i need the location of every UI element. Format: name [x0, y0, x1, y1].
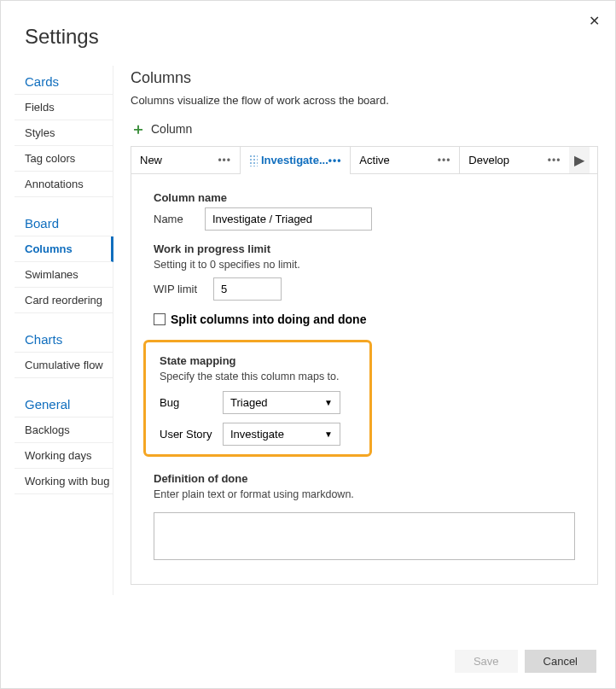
user-story-state-select[interactable]: Investigate ▼: [223, 423, 340, 446]
wip-limit-input[interactable]: [213, 277, 282, 301]
scroll-right-button[interactable]: ▶: [569, 147, 590, 173]
split-label: Split columns into doing and done: [171, 312, 366, 326]
chevron-down-icon: ▼: [324, 398, 333, 407]
cancel-button[interactable]: Cancel: [525, 650, 596, 673]
page-description: Columns visualize the flow of work acros…: [131, 94, 598, 107]
add-column-label: Column: [151, 122, 192, 136]
bug-label: Bug: [160, 396, 212, 409]
tab-develop[interactable]: Develop •••: [460, 147, 569, 173]
checkbox-icon: [154, 313, 166, 325]
definition-of-done-input[interactable]: [154, 512, 575, 560]
split-columns-checkbox[interactable]: Split columns into doing and done: [154, 312, 575, 326]
ellipsis-icon[interactable]: •••: [218, 155, 231, 166]
ellipsis-icon[interactable]: •••: [438, 155, 451, 166]
column-settings-panel: Column name Name Work in progress limit …: [131, 173, 598, 585]
sidebar-item-card-reordering[interactable]: Card reordering: [15, 288, 113, 313]
close-icon[interactable]: ✕: [589, 13, 600, 29]
add-column-button[interactable]: ＋ Column: [131, 119, 598, 139]
column-name-section: Column name: [154, 191, 575, 204]
dod-subtext: Enter plain text or format using markdow…: [154, 488, 575, 500]
tab-active[interactable]: Active •••: [351, 147, 460, 173]
state-mapping-highlight: State mapping Specify the state this col…: [143, 340, 372, 457]
dialog-footer: Save Cancel: [455, 650, 596, 673]
tab-label: Develop: [468, 154, 509, 166]
dialog-title: Settings: [1, 1, 615, 49]
sidebar-item-working-days[interactable]: Working days: [15, 443, 113, 469]
tab-new[interactable]: New •••: [131, 147, 241, 173]
drag-handle-icon[interactable]: [249, 155, 258, 166]
ellipsis-icon[interactable]: •••: [328, 155, 342, 166]
sidebar-group-board[interactable]: Board: [15, 207, 113, 236]
plus-icon: ＋: [131, 119, 146, 139]
sidebar-item-swimlanes[interactable]: Swimlanes: [15, 262, 113, 288]
sidebar-group-cards[interactable]: Cards: [15, 66, 113, 95]
sidebar-item-backlogs[interactable]: Backlogs: [15, 417, 113, 443]
state-mapping-subtext: Specify the state this column maps to.: [160, 371, 356, 382]
sidebar-item-annotations[interactable]: Annotations: [15, 172, 113, 197]
sidebar-item-tag-colors[interactable]: Tag colors: [15, 146, 113, 172]
wip-label: WIP limit: [154, 283, 201, 295]
sidebar-item-cumulative-flow[interactable]: Cumulative flow: [15, 353, 113, 378]
select-value: Investigate: [230, 428, 284, 441]
settings-sidebar: Cards Fields Styles Tag colors Annotatio…: [1, 66, 113, 595]
sidebar-item-columns[interactable]: Columns: [15, 236, 113, 262]
column-tabs: New ••• Investigate... ••• Active ••• De…: [131, 146, 598, 173]
content-area: Columns Columns visualize the flow of wo…: [113, 66, 615, 595]
page-heading: Columns: [131, 69, 598, 87]
state-mapping-section: State mapping: [160, 354, 356, 367]
user-story-label: User Story: [160, 428, 212, 441]
sidebar-item-fields[interactable]: Fields: [15, 95, 113, 120]
chevron-down-icon: ▼: [324, 429, 333, 439]
dod-section: Definition of done: [154, 472, 575, 485]
tab-label: Investigate...: [261, 154, 328, 166]
sidebar-group-charts[interactable]: Charts: [15, 324, 113, 353]
bug-state-select[interactable]: Triaged ▼: [223, 391, 340, 414]
column-name-input[interactable]: [205, 207, 372, 231]
sidebar-group-general[interactable]: General: [15, 388, 113, 417]
tab-investigate[interactable]: Investigate... •••: [241, 147, 351, 173]
tab-label: Active: [359, 154, 389, 166]
save-button[interactable]: Save: [455, 650, 518, 673]
tab-label: New: [140, 154, 162, 166]
wip-section: Work in progress limit: [154, 242, 575, 255]
select-value: Triaged: [230, 396, 268, 409]
wip-subtext: Setting it to 0 specifies no limit.: [154, 259, 575, 271]
ellipsis-icon[interactable]: •••: [548, 155, 561, 166]
sidebar-item-working-with-bug[interactable]: Working with bug: [15, 469, 113, 494]
sidebar-item-styles[interactable]: Styles: [15, 120, 113, 146]
name-label: Name: [154, 213, 193, 225]
